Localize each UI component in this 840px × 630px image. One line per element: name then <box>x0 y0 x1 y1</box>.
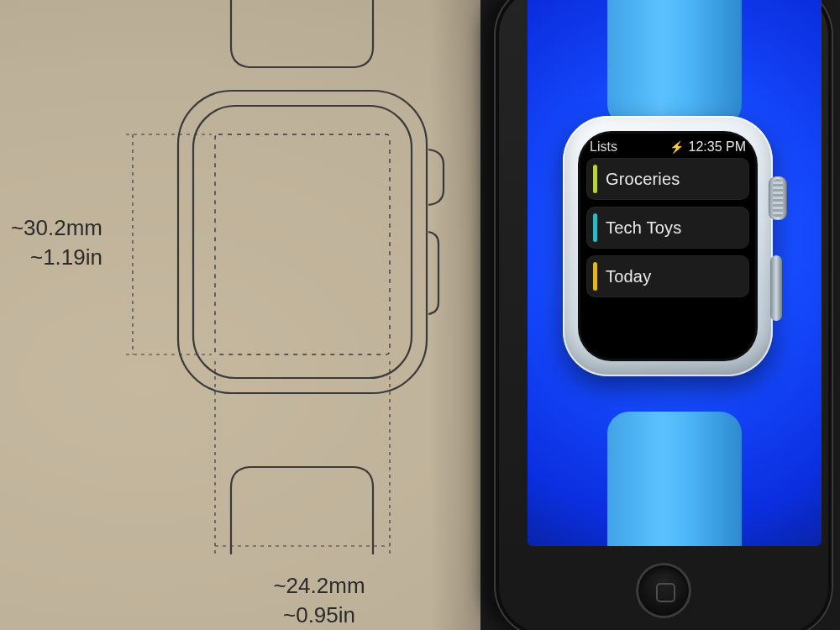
list-row[interactable]: Tech Toys <box>586 207 749 249</box>
dimension-height-mm: ~30.2mm <box>10 213 102 243</box>
watch-screen[interactable]: Lists ⚡ 12:35 PM Groceries <box>578 131 758 361</box>
watch-band-top <box>607 0 742 126</box>
list-color-bar <box>593 213 597 242</box>
charging-icon: ⚡ <box>669 140 684 154</box>
dimension-width-mm: ~24.2mm <box>244 571 395 601</box>
paper-background: ~30.2mm ~1.19in ~24.2mm ~0.95in <box>0 0 480 630</box>
dimension-height-in: ~1.19in <box>10 243 102 272</box>
digital-crown[interactable] <box>769 176 787 220</box>
list-color-bar <box>593 165 597 193</box>
watch-band-bottom <box>607 412 742 546</box>
dimension-width: ~24.2mm ~0.95in <box>244 571 395 630</box>
lists-container: Groceries Tech Toys Today <box>578 158 758 297</box>
list-row[interactable]: Today <box>586 255 749 297</box>
svg-rect-1 <box>193 106 412 378</box>
phone-screen[interactable]: Lists ⚡ 12:35 PM Groceries <box>528 0 822 546</box>
list-label: Today <box>606 267 651 286</box>
phone-area: Lists ⚡ 12:35 PM Groceries <box>480 0 840 630</box>
home-button[interactable] <box>636 563 691 618</box>
watch-outline-drawing <box>0 0 480 630</box>
svg-rect-2 <box>215 134 390 354</box>
dimension-width-in: ~0.95in <box>244 601 395 630</box>
list-color-bar <box>593 262 597 291</box>
rendered-watch: Lists ⚡ 12:35 PM Groceries <box>544 0 805 538</box>
list-label: Tech Toys <box>606 218 681 238</box>
status-bar: Lists ⚡ 12:35 PM <box>578 131 758 158</box>
status-title[interactable]: Lists <box>590 139 617 155</box>
watch-case: Lists ⚡ 12:35 PM Groceries <box>563 116 773 376</box>
dimension-height: ~30.2mm ~1.19in <box>10 213 102 272</box>
phone-body: Lists ⚡ 12:35 PM Groceries <box>494 0 833 630</box>
list-label: Groceries <box>606 170 680 189</box>
status-time: 12:35 PM <box>689 139 746 155</box>
side-button[interactable] <box>770 255 782 321</box>
list-row[interactable]: Groceries <box>586 158 749 200</box>
